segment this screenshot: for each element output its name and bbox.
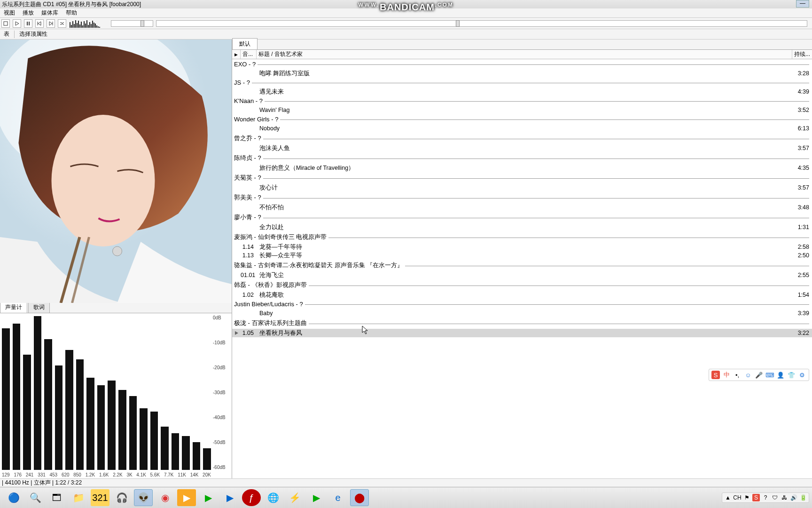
ime-voice-icon[interactable]: 🎤 <box>755 371 763 379</box>
playlist-group[interactable]: 极泷 - 百家讲坛系列主题曲 <box>232 318 812 329</box>
flash-icon[interactable]: ƒ <box>242 489 261 506</box>
playlist-group[interactable]: 关菊英 - ? <box>232 172 812 183</box>
prev-button[interactable] <box>35 19 44 28</box>
tray-network-icon[interactable]: 🖧 <box>781 494 788 501</box>
menu-help[interactable]: 帮助 <box>62 8 81 18</box>
playlist-track[interactable]: 1.13 长卿—众生平等 2:50 <box>232 251 812 260</box>
playlist-group[interactable]: 骆集益 - 古剑奇谭二·永夜初晗凝碧天 原声音乐集 『在水一方』 <box>232 260 812 271</box>
playlist-group[interactable]: 韩磊 - 《秋香》影视原声带 <box>232 279 812 291</box>
left-pane: 声量计 歌词 0dB-10dB-20dB-30dB-40dB-50dB-60dB… <box>0 40 232 478</box>
stop-button[interactable] <box>1 19 10 28</box>
ime-skin-icon[interactable]: 👕 <box>787 371 796 379</box>
playlist-track[interactable]: 全力以赴 1:31 <box>232 223 812 231</box>
youku-icon[interactable]: ▶ <box>220 489 239 506</box>
chrome-icon[interactable]: 🌐 <box>264 489 282 506</box>
playlist-group[interactable]: K'Naan - ? <box>232 96 812 106</box>
playlist-group[interactable]: JS - ? <box>232 78 812 87</box>
mpc-icon[interactable]: 321 <box>91 489 109 506</box>
iqiyi-icon[interactable]: ▶ <box>199 489 218 506</box>
playlist-tabs: 默认 <box>232 40 812 50</box>
menu-play[interactable]: 播放 <box>19 8 38 18</box>
ie-icon[interactable]: e <box>328 489 347 506</box>
playlist-group[interactable]: 陈绮贞 - ? <box>232 152 812 164</box>
playlist-group[interactable]: 麦振鸿 - 仙剑奇侠传三 电视原声带 <box>232 231 812 243</box>
play-button[interactable] <box>13 19 21 28</box>
subbar: 表 选择顶属性 <box>0 29 812 40</box>
playlist-track[interactable]: 1.14 龙葵—千年等待 2:58 <box>232 243 812 251</box>
subbar-left[interactable]: 表 <box>0 29 13 40</box>
col-title[interactable]: 标题 / 音轨艺术家 <box>257 50 792 59</box>
ime-keyboard-icon[interactable]: ⌨ <box>765 371 774 379</box>
divider <box>14 31 15 38</box>
col-duration[interactable]: 持续... <box>792 50 812 59</box>
playlist-track[interactable]: 1.05 坐看秋月与春风 3:22 <box>232 329 812 337</box>
playlist-track[interactable]: 咆哮 舞蹈练习室版 3:28 <box>232 69 812 78</box>
bandicam-icon[interactable]: ⬤ <box>350 489 369 506</box>
playlist-track[interactable]: 泡沫美人鱼 3:57 <box>232 144 812 152</box>
ime-tool-icon[interactable]: ⚙ <box>798 371 806 379</box>
netease-icon[interactable]: ◉ <box>156 489 174 506</box>
tray-volume-icon[interactable]: 🔊 <box>790 494 797 501</box>
ime-emoji-icon[interactable]: ☺ <box>744 371 752 379</box>
foobar-task-icon[interactable]: 👽 <box>134 489 153 506</box>
ime-user-icon[interactable]: 👤 <box>776 371 785 379</box>
random-button[interactable] <box>58 19 66 28</box>
playlist-track[interactable]: 遇见未来 4:39 <box>232 87 812 96</box>
playlist-group[interactable]: Justin Bieber/Ludacris - ? <box>232 299 812 309</box>
playlist-group[interactable]: 郭美美 - ? <box>232 192 812 203</box>
menu-library[interactable]: 媒体库 <box>38 8 62 18</box>
media-icon[interactable]: ▶ <box>307 489 326 506</box>
thunder-icon[interactable]: ⚡ <box>285 489 304 506</box>
col-number[interactable]: 音... <box>241 50 257 59</box>
seek-slider[interactable] <box>111 20 153 27</box>
tray-battery-icon[interactable]: 🔋 <box>799 494 807 501</box>
playlist-track[interactable]: Nobody 6:13 <box>232 124 812 133</box>
explorer-icon[interactable]: 📁 <box>69 489 88 506</box>
playlist-track[interactable]: 1.02 桃花庵歌 1:54 <box>232 291 812 299</box>
recorder-watermark: WWW.BANDICAM.COM <box>358 2 453 13</box>
playlist-group[interactable]: Wonder Girls - ? <box>232 114 812 124</box>
start-button[interactable]: 🔵 <box>4 489 23 506</box>
tray-up-icon[interactable]: ▲ <box>724 494 732 501</box>
volume-slider[interactable] <box>156 20 807 27</box>
album-art <box>0 40 232 303</box>
playlist-track[interactable]: 01.01 沧海飞尘 2:55 <box>232 271 812 279</box>
ime-punct-icon[interactable]: •, <box>733 371 742 379</box>
window-title: 乐坛系列主题曲 CD1 #05] 坐看秋月与春风 [foobar2000] <box>2 0 141 8</box>
headphones-icon[interactable]: 🎧 <box>112 489 131 506</box>
bottom-tabs: 声量计 歌词 <box>0 303 232 313</box>
ime-toolbar[interactable]: S 中 •, ☺ 🎤 ⌨ 👤 👕 ⚙ <box>709 369 809 381</box>
playlist-group[interactable]: 曾之乔 - ? <box>232 133 812 144</box>
tab-lyrics[interactable]: 歌词 <box>28 302 50 313</box>
playlist-track[interactable]: 攻心计 3:57 <box>232 183 812 192</box>
tray-help-icon[interactable]: ? <box>762 494 769 501</box>
tray-shield-icon[interactable]: 🛡 <box>771 494 779 501</box>
playlist-track[interactable]: 不怕不怕 3:48 <box>232 203 812 212</box>
playlist-track[interactable]: Baby 3:39 <box>232 309 812 318</box>
search-icon[interactable]: 🔍 <box>26 489 45 506</box>
subbar-properties[interactable]: 选择顶属性 <box>16 29 51 40</box>
playlist[interactable]: EXO - ? 咆哮 舞蹈练习室版 3:28JS - ? 遇见未来 4:39K'… <box>232 59 812 478</box>
tray-flag-icon[interactable]: ⚑ <box>743 494 750 501</box>
playlist-track[interactable]: 旅行的意义（Miracle of Travelling） 4:35 <box>232 164 812 172</box>
toolbar <box>0 18 812 29</box>
pause-button[interactable] <box>24 19 32 28</box>
menu-view[interactable]: 视图 <box>0 8 19 18</box>
next-button[interactable] <box>47 19 55 28</box>
col-playing[interactable]: ▶ <box>232 50 241 59</box>
task-view-icon[interactable]: 🗔 <box>47 489 66 506</box>
system-tray[interactable]: ▲ CH ⚑ S ? 🛡 🖧 🔊 🔋 <box>722 492 809 503</box>
playlist-track[interactable]: Wavin' Flag 3:52 <box>232 106 812 114</box>
tab-default[interactable]: 默认 <box>232 38 258 49</box>
playlist-group[interactable]: EXO - ? <box>232 59 812 69</box>
tab-level-meter[interactable]: 声量计 <box>0 302 27 313</box>
tray-lang-icon[interactable]: CH <box>734 494 741 501</box>
ime-lang-icon[interactable]: 中 <box>722 371 731 379</box>
svg-rect-2 <box>29 22 30 25</box>
tray-sogou-icon[interactable]: S <box>752 494 760 501</box>
minimize-button[interactable]: — <box>796 0 809 8</box>
player-icon[interactable]: ▶ <box>177 489 196 506</box>
column-header: ▶ 音... 标题 / 音轨艺术家 持续... <box>232 50 812 59</box>
playlist-group[interactable]: 廖小青 - ? <box>232 212 812 223</box>
sogou-icon[interactable]: S <box>711 371 720 379</box>
